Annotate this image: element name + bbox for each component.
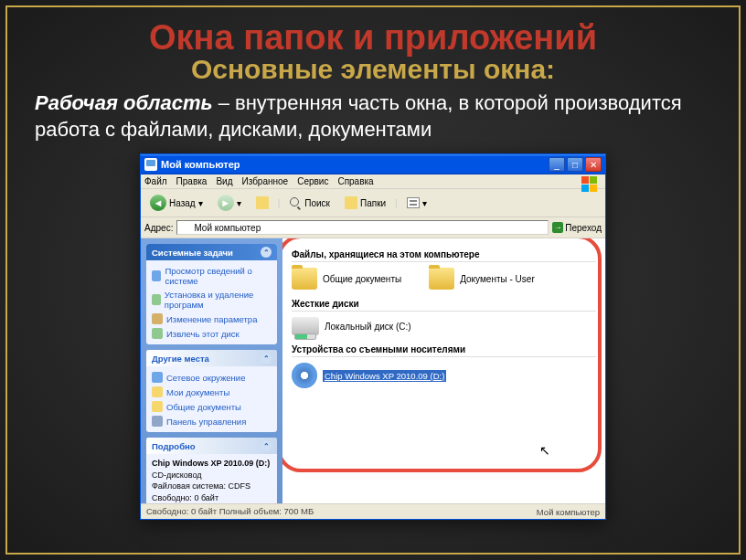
item-shared-documents[interactable]: Общие документы	[292, 268, 401, 290]
control-panel-icon	[152, 416, 163, 427]
address-input[interactable]: Мой компьютер	[176, 220, 549, 235]
search-icon	[289, 196, 302, 209]
place-network[interactable]: Сетевое окружение	[152, 370, 272, 385]
mouse-cursor-icon: ↖	[539, 443, 550, 458]
menu-view[interactable]: Вид	[216, 176, 232, 186]
slide-description: Рабочая область – внутренняя часть окна,…	[35, 90, 711, 143]
panel-title: Подробно	[152, 441, 196, 451]
item-label: Общие документы	[323, 274, 401, 284]
forward-button[interactable]: ► ▾	[212, 192, 247, 214]
item-label-selected: Chip Windows XP 2010.09 (D:)	[323, 370, 446, 382]
go-arrow-icon: →	[552, 222, 563, 233]
status-left: Свободно: 0 байт Полный объем: 700 МБ	[146, 506, 314, 517]
chevron-down-icon: ▾	[237, 198, 241, 208]
chevron-down-icon: ▾	[422, 198, 427, 208]
eject-icon	[152, 328, 163, 339]
place-shared-docs[interactable]: Общие документы	[152, 399, 272, 414]
menu-help[interactable]: Справка	[337, 176, 373, 186]
section-removable: Устройства со съемными носителями	[292, 344, 596, 357]
search-button[interactable]: Поиск	[283, 194, 336, 212]
panel-title: Другие места	[152, 354, 209, 364]
address-bar: Адрес: Мой компьютер → Переход	[141, 217, 605, 238]
detail-type: CD-дисковод	[152, 470, 272, 481]
item-label: Локальный диск (C:)	[325, 322, 411, 332]
menu-tools[interactable]: Сервис	[297, 176, 328, 186]
folder-icon	[152, 386, 163, 397]
titlebar[interactable]: Мой компьютер _ □ ✕	[141, 154, 605, 174]
menu-file[interactable]: Файл	[144, 176, 167, 186]
menubar: Файл Правка Вид Избранное Сервис Справка	[141, 174, 605, 189]
detail-free: Свободно: 0 байт	[152, 492, 272, 503]
status-bar: Свободно: 0 байт Полный объем: 700 МБ Мо…	[141, 503, 605, 519]
my-computer-icon	[180, 222, 191, 233]
other-places-header[interactable]: Другие места ⌃	[146, 350, 277, 366]
task-change-setting[interactable]: Изменение параметра	[152, 312, 272, 326]
my-computer-icon	[523, 506, 534, 517]
up-button[interactable]	[250, 194, 274, 212]
toolbar: ◄ Назад ▾ ► ▾ | Поиск Папки | ▾	[141, 189, 605, 217]
status-right: Мой компьютер	[523, 506, 600, 517]
collapse-icon: ⌃	[261, 353, 272, 364]
task-eject[interactable]: Извлечь этот диск	[152, 326, 272, 341]
place-my-docs[interactable]: Мои документы	[152, 385, 272, 399]
slide-frame: Окна папок и приложений Основные элемент…	[5, 5, 741, 555]
menu-favorites[interactable]: Избранное	[241, 176, 288, 186]
task-system-info[interactable]: Просмотр сведений о системе	[152, 264, 272, 288]
section-hard-drives: Жесткие диски	[292, 299, 596, 312]
task-add-remove[interactable]: Установка и удаление программ	[152, 288, 272, 312]
hard-drive-icon	[292, 317, 319, 335]
chevron-down-icon: ▾	[198, 198, 203, 208]
minimize-button[interactable]: _	[549, 157, 565, 172]
maximize-button[interactable]: □	[567, 157, 583, 172]
menu-edit[interactable]: Правка	[176, 176, 208, 186]
go-label: Переход	[565, 223, 602, 233]
collapse-icon: ⌃	[261, 440, 272, 451]
details-header[interactable]: Подробно ⌃	[146, 438, 277, 454]
other-places-panel: Другие места ⌃ Сетевое окружение Мои док…	[146, 350, 277, 432]
close-button[interactable]: ✕	[585, 157, 602, 172]
place-control-panel[interactable]: Панель управления	[152, 414, 272, 428]
item-local-disk-c[interactable]: Локальный диск (C:)	[292, 317, 411, 335]
system-tasks-header[interactable]: Системные задачи ⌃	[146, 244, 277, 260]
panel-title: Системные задачи	[152, 248, 233, 258]
views-button[interactable]: ▾	[401, 195, 432, 211]
window-title: Мой компьютер	[161, 159, 240, 170]
item-label: Документы - User	[460, 274, 535, 284]
folders-icon	[345, 196, 357, 209]
section-files-stored: Файлы, хранящиеся на этом компьютере	[292, 249, 596, 262]
go-button[interactable]: → Переход	[552, 222, 602, 233]
my-computer-icon	[144, 158, 157, 171]
views-icon	[407, 197, 420, 208]
windows-logo-icon	[576, 176, 602, 193]
folders-label: Папки	[360, 198, 386, 208]
collapse-icon: ⌃	[261, 247, 272, 258]
back-label: Назад	[169, 198, 196, 208]
address-value: Мой компьютер	[194, 223, 261, 233]
folder-up-icon	[256, 196, 269, 209]
item-cd-drive-d[interactable]: Chip Windows XP 2010.09 (D:)	[292, 363, 446, 388]
tasks-sidebar: Системные задачи ⌃ Просмотр сведений о с…	[141, 238, 282, 503]
back-button[interactable]: ◄ Назад ▾	[144, 192, 208, 214]
explorer-window: Мой компьютер _ □ ✕ Файл Правка Вид Избр…	[140, 153, 606, 520]
window-controls: _ □ ✕	[549, 157, 602, 172]
folder-icon	[152, 401, 163, 412]
slide-title: Окна папок и приложений	[35, 18, 711, 58]
desc-term: Рабочая область	[35, 91, 213, 114]
folder-icon	[292, 268, 317, 290]
slide-subtitle: Основные элементы окна:	[35, 54, 711, 85]
cd-drive-icon	[292, 363, 317, 388]
settings-icon	[152, 313, 163, 324]
item-user-documents[interactable]: Документы - User	[429, 268, 535, 290]
info-icon	[152, 270, 161, 281]
address-label: Адрес:	[144, 223, 173, 233]
system-tasks-panel: Системные задачи ⌃ Просмотр сведений о с…	[146, 244, 277, 344]
folders-button[interactable]: Папки	[339, 194, 391, 212]
details-panel: Подробно ⌃ Chip Windows XP 2010.09 (D:) …	[146, 438, 277, 503]
search-label: Поиск	[304, 198, 330, 208]
folder-icon	[429, 268, 454, 290]
forward-arrow-icon: ►	[218, 195, 234, 211]
detail-fs: Файловая система: CDFS	[152, 481, 272, 492]
programs-icon	[152, 294, 161, 305]
working-area[interactable]: Файлы, хранящиеся на этом компьютере Общ…	[282, 238, 605, 503]
window-body: Системные задачи ⌃ Просмотр сведений о с…	[141, 238, 605, 503]
